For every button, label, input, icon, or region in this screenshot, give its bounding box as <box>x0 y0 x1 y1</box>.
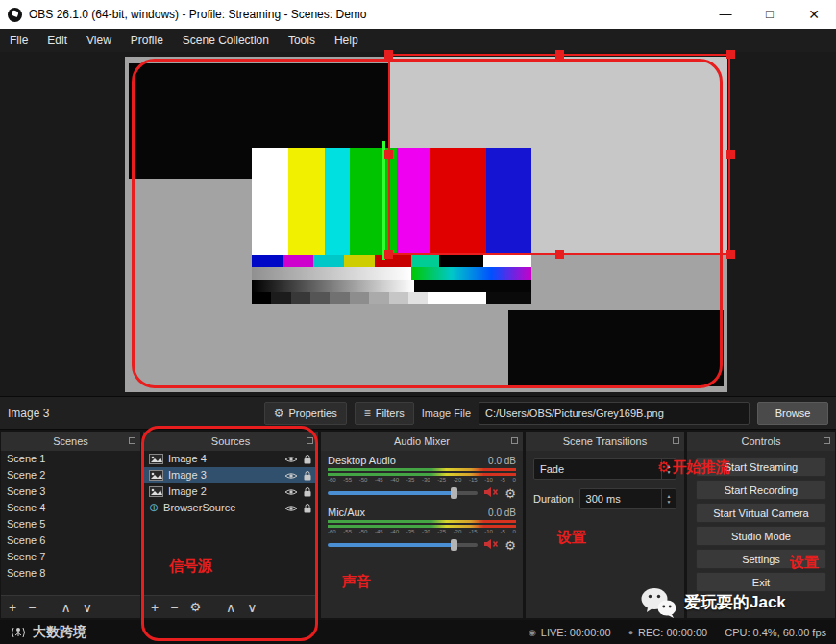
scene-item[interactable]: Scene 3 <box>1 483 140 500</box>
move-source-up-button[interactable]: ∧ <box>226 600 235 615</box>
settings-button[interactable]: Settings <box>696 549 826 569</box>
visibility-eye-icon[interactable] <box>284 487 298 497</box>
scene-item[interactable]: Scene 4 <box>1 500 140 516</box>
move-scene-down-button[interactable]: ∨ <box>83 600 92 615</box>
menu-edit[interactable]: Edit <box>37 29 77 52</box>
image-source-icon <box>149 454 163 464</box>
selected-source-name: Image 3 <box>8 407 49 420</box>
scene-item[interactable]: Scene 7 <box>1 549 140 565</box>
menu-help[interactable]: Help <box>325 29 368 52</box>
mute-speaker-icon[interactable] <box>483 484 499 502</box>
move-source-down-button[interactable]: ∨ <box>247 600 257 615</box>
close-button[interactable]: ✕ <box>792 0 836 29</box>
db-scale: -60-55-50 -45-40-35 -30-25-20 -15-10-5 0 <box>328 477 516 483</box>
start-recording-button[interactable]: Start Recording <box>696 480 826 500</box>
menu-tools[interactable]: Tools <box>279 29 325 52</box>
source-item[interactable]: Image 2 <box>143 483 318 500</box>
dock-popout-icon[interactable] <box>824 437 830 444</box>
scene-item[interactable]: Scene 1 <box>1 451 140 467</box>
audio-mixer-panel: Audio Mixer Desktop Audio 0.0 dB -60-55-… <box>321 432 523 618</box>
sources-list: Image 4 Image 3 <box>143 451 318 595</box>
audio-mixer-header: Audio Mixer <box>321 432 523 451</box>
add-scene-button[interactable]: + <box>9 600 16 615</box>
status-bar: 大数跨境 ◉ LIVE: 00:00:00 ● REC: 00:00:00 CP… <box>0 620 836 644</box>
duration-spinbox[interactable]: 300 ms ▲▼ <box>579 488 676 509</box>
menu-view[interactable]: View <box>77 29 121 52</box>
rec-status: ● REC: 00:00:00 <box>628 627 708 638</box>
filters-button[interactable]: ≡ Filters <box>355 402 414 425</box>
visibility-eye-icon[interactable] <box>284 504 298 513</box>
gradient-strip <box>252 267 531 280</box>
minimize-button[interactable]: — <box>703 0 748 29</box>
image-source-icon <box>149 486 163 497</box>
titlebar: OBS 26.1.0 (64-bit, windows) - Profile: … <box>0 0 836 29</box>
image-file-path-input[interactable] <box>479 402 750 425</box>
scene-item[interactable]: Scene 6 <box>1 533 140 549</box>
menu-file[interactable]: File <box>0 29 37 52</box>
color-bars-test-pattern <box>252 148 531 306</box>
scene-item[interactable]: Scene 2 <box>1 467 140 483</box>
move-scene-up-button[interactable]: ∧ <box>61 600 70 615</box>
green-marker-line <box>382 141 385 260</box>
transition-select[interactable]: Fade ▲▼ <box>533 458 676 480</box>
db-scale: -60-55-50 -45-40-35 -30-25-20 -15-10-5 0 <box>328 529 516 534</box>
visibility-eye-icon[interactable] <box>284 471 298 481</box>
volume-meter-right <box>328 525 516 528</box>
menu-profile[interactable]: Profile <box>121 29 173 52</box>
wechat-watermark: 爱玩耍的Jack <box>640 586 786 618</box>
visibility-eye-icon[interactable] <box>284 455 298 464</box>
lock-icon[interactable] <box>303 503 312 514</box>
browse-button[interactable]: Browse <box>757 402 828 425</box>
volume-meter-left <box>328 468 516 471</box>
lock-icon[interactable] <box>303 486 312 498</box>
scenes-list: Scene 1 Scene 2 Scene 3 Scene 4 Scene 5 … <box>1 451 140 595</box>
preview-area <box>0 52 836 396</box>
menu-scene-collection[interactable]: Scene Collection <box>173 29 279 52</box>
source-item[interactable]: Image 4 <box>143 451 318 467</box>
volume-slider-thumb[interactable] <box>451 487 457 499</box>
desktop-audio-channel: Desktop Audio 0.0 dB -60-55-50 -45-40-35… <box>321 451 523 503</box>
sources-toolbar: + − ⚙ ∧ ∨ <box>143 595 318 618</box>
remove-source-button[interactable]: − <box>170 600 178 615</box>
controls-header: Controls <box>687 432 835 451</box>
remove-scene-button[interactable]: − <box>28 600 36 615</box>
volume-meter-left <box>328 520 516 523</box>
sources-panel-title: Sources <box>211 435 250 447</box>
start-streaming-button[interactable]: Start Streaming <box>696 457 826 477</box>
lock-icon[interactable] <box>303 454 312 465</box>
scene-item[interactable]: Scene 5 <box>1 516 140 533</box>
add-source-button[interactable]: + <box>151 600 159 615</box>
scene-item[interactable]: Scene 8 <box>1 565 140 582</box>
volume-slider[interactable] <box>328 486 478 500</box>
grayscale-gradient-strip <box>252 280 531 292</box>
dock-popout-icon[interactable] <box>511 437 518 444</box>
source-properties-gear-icon[interactable]: ⚙ <box>189 600 201 614</box>
volume-slider[interactable] <box>328 538 478 552</box>
channel-gear-icon[interactable]: ⚙ <box>504 538 516 553</box>
live-icon: ◉ <box>529 628 536 637</box>
spinner-arrows-icon[interactable]: ▲▼ <box>661 489 676 508</box>
dock-popout-icon[interactable] <box>307 437 313 444</box>
channel-gear-icon[interactable]: ⚙ <box>504 486 516 501</box>
studio-mode-button[interactable]: Studio Mode <box>696 526 826 546</box>
mute-speaker-icon[interactable] <box>483 536 499 554</box>
maximize-button[interactable]: □ <box>748 0 792 29</box>
brand-watermark: 大数跨境 <box>10 624 86 641</box>
volume-slider-thumb[interactable] <box>451 539 457 551</box>
dock-popout-icon[interactable] <box>673 437 679 444</box>
source-item[interactable]: Image 3 <box>143 467 318 483</box>
start-virtual-camera-button[interactable]: Start Virtual Camera <box>696 503 826 523</box>
preview-canvas[interactable] <box>125 57 727 392</box>
filters-button-label: Filters <box>376 408 405 419</box>
combo-arrows-icon[interactable]: ▲▼ <box>661 459 676 479</box>
source-item[interactable]: ⊕ BrowserSource <box>143 500 318 516</box>
audio-mixer-title: Audio Mixer <box>394 435 450 447</box>
sources-panel-header: Sources <box>143 432 318 451</box>
lock-icon[interactable] <box>303 470 312 482</box>
properties-button[interactable]: ⚙ Properties <box>264 402 347 425</box>
channel-level: 0.0 dB <box>488 508 516 518</box>
dock-popout-icon[interactable] <box>129 437 135 444</box>
wechat-icon <box>640 586 676 618</box>
transitions-title: Scene Transitions <box>563 435 647 447</box>
wechat-name: 爱玩耍的Jack <box>684 591 786 613</box>
